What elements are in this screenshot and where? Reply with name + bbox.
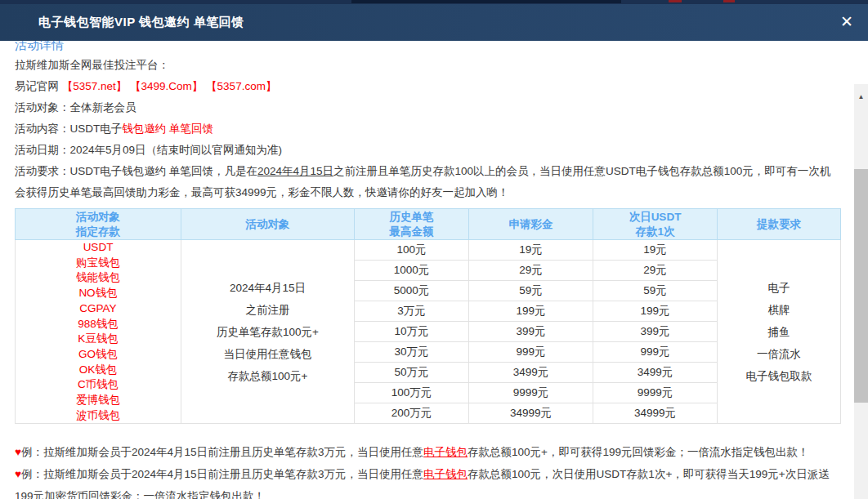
modal-content: 活动详情 拉斯维加斯全网最佳投注平台： 易记官网 【5357.net】 【349… — [0, 41, 868, 499]
example-line-1: ♥例：拉斯维加斯会员于2024年4月15日前注册且历史单笔存款3万元，当日使用任… — [15, 441, 840, 463]
deposit-amount: 5000元 — [355, 281, 469, 301]
nextday-bonus: 59元 — [593, 281, 718, 301]
deposit-amount: 30万元 — [355, 342, 469, 363]
col-header-designated-deposit: 活动对象指定存款 — [16, 209, 181, 240]
activity-target-line: 活动对象：全体新老会员 — [15, 97, 840, 118]
bonus-amount: 19元 — [469, 240, 593, 261]
deposit-amount: 50万元 — [355, 363, 469, 383]
promo-modal: 电子钱包智能VIP 钱包邀约 单笔回馈 ✕ 活动详情 拉斯维加斯全网最佳投注平台… — [0, 0, 868, 499]
nextday-bonus: 19元 — [593, 240, 718, 261]
deposit-amount: 100元 — [355, 240, 469, 261]
col-header-activity-target: 活动对象 — [181, 209, 355, 240]
background-page-remnant — [669, 0, 682, 2]
modal-body: 活动详情 拉斯维加斯全网最佳投注平台： 易记官网 【5357.net】 【349… — [0, 41, 868, 499]
nextday-bonus: 34999元 — [593, 403, 718, 424]
nextday-bonus: 29元 — [593, 261, 718, 281]
nextday-bonus: 399元 — [593, 322, 718, 342]
ewallet-link[interactable]: 电子钱包 — [423, 468, 468, 480]
deposit-amount: 200万元 — [355, 403, 469, 424]
activity-date-line: 活动日期：2024年5月09日（结束时间以官网通知为准) — [15, 140, 840, 161]
example-section: ♥例：拉斯维加斯会员于2024年4月15日前注册且历史单笔存款3万元，当日使用任… — [15, 441, 840, 499]
heart-icon: ♥ — [15, 446, 21, 458]
table-row: USDT购宝钱包 钱能钱包NO钱包 CGPAY988钱包 K豆钱包GO钱包 OK… — [16, 240, 841, 261]
scrollbar-thumb[interactable] — [854, 169, 868, 403]
example-line-2: ♥例：拉斯维加斯会员于2024年4月15日前注册且历史单笔存款3万元，当日使用任… — [15, 463, 840, 499]
close-icon[interactable]: ✕ — [840, 13, 853, 31]
bonus-amount: 59元 — [469, 281, 593, 301]
bonus-amount: 399元 — [469, 322, 593, 342]
bonus-amount: 199元 — [469, 301, 593, 322]
nextday-bonus: 199元 — [593, 301, 718, 322]
bonus-amount: 999元 — [469, 342, 593, 363]
deposit-amount: 10万元 — [355, 322, 469, 342]
table-header-row: 活动对象指定存款 活动对象 历史单笔最高金额 申请彩金 次日USDT存款1次 提… — [16, 209, 841, 240]
col-header-history-max: 历史单笔最高金额 — [355, 209, 469, 240]
platform-line: 拉斯维加斯全网最佳投注平台： — [15, 55, 840, 76]
activity-content-line: 活动内容：USDT电子钱包邀约 单笔回馈 — [15, 118, 840, 140]
section-heading-activity-details: 活动详情 — [15, 41, 840, 55]
nextday-bonus: 999元 — [593, 342, 718, 363]
col-header-withdraw-req: 提款要求 — [718, 209, 841, 240]
col-header-apply-bonus: 申请彩金 — [469, 209, 593, 240]
activity-requirement-line: 活动要求：USDT电子钱包邀约 单笔回馈，凡是在2024年4月15日之前注册且单… — [15, 161, 840, 203]
background-page-remnant — [723, 0, 735, 2]
bonus-amount: 9999元 — [469, 383, 593, 403]
modal-title: 电子钱包智能VIP 钱包邀约 单笔回馈 — [0, 15, 244, 30]
col-header-nextday-usdt: 次日USDT存款1次 — [593, 209, 718, 240]
deposit-amount: 3万元 — [355, 301, 469, 322]
nextday-bonus: 3499元 — [593, 363, 718, 383]
modal-header: 电子钱包智能VIP 钱包邀约 单笔回馈 ✕ — [0, 4, 868, 41]
wallet-list-cell: USDT购宝钱包 钱能钱包NO钱包 CGPAY988钱包 K豆钱包GO钱包 OK… — [16, 240, 181, 424]
official-sites-line: 易记官网 【5357.net】 【3499.Com】 【5357.com】 — [15, 76, 840, 97]
bonus-amount: 29元 — [469, 261, 593, 281]
bonus-amount: 34999元 — [469, 403, 593, 424]
ewallet-link[interactable]: 电子钱包 — [423, 446, 468, 458]
deposit-amount: 1000元 — [355, 261, 469, 281]
official-site-urls: 【5357.net】 【3499.Com】 【5357.com】 — [62, 80, 277, 92]
nextday-bonus: 9999元 — [593, 383, 718, 403]
heart-icon: ♥ — [15, 468, 21, 480]
background-page-remnant — [351, 0, 621, 3]
scrollbar[interactable]: ▲ ▼ — [854, 84, 868, 499]
withdraw-rules-cell: 电子棋牌 捕鱼一倍流水 电子钱包取款 — [718, 240, 841, 424]
scrollbar-up-icon[interactable]: ▲ — [854, 91, 868, 104]
deposit-amount: 100万元 — [355, 383, 469, 403]
bonus-amount: 3499元 — [469, 363, 593, 383]
conditions-cell: 2024年4月15日之前注册 历史单笔存款100元+当日使用任意钱包 存款总额1… — [181, 240, 355, 424]
rebate-table: 活动对象指定存款 活动对象 历史单笔最高金额 申请彩金 次日USDT存款1次 提… — [15, 208, 841, 424]
